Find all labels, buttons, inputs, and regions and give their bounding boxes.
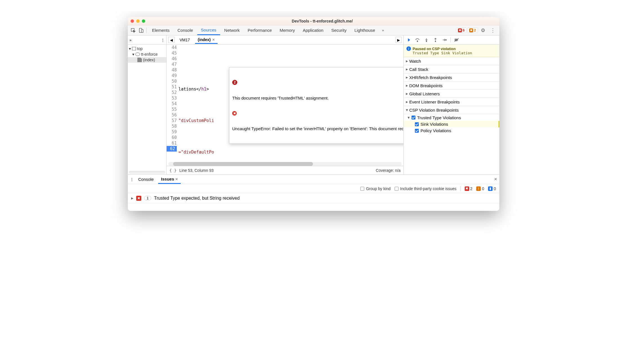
coverage-status: Coverage: n/a	[376, 168, 401, 173]
deactivate-breakpoints-button[interactable]	[453, 37, 460, 43]
close-icon[interactable]: ×	[175, 177, 178, 181]
section-dom[interactable]: DOM Breakpoints	[404, 82, 499, 90]
nav-back-icon[interactable]: ◀	[168, 37, 175, 43]
gutter: 44 45 46 47 48 49 50 51 52 53 54 55 56 5…	[167, 45, 178, 162]
navigator-menu-icon[interactable]: ⋮	[161, 38, 165, 42]
tab-sources[interactable]: Sources	[197, 25, 220, 35]
csp-trusted-type[interactable]: ▾Trusted Type Violations	[404, 114, 499, 121]
more-tabs-icon[interactable]: »	[379, 27, 387, 34]
navigator-more-icon[interactable]: »	[129, 38, 131, 42]
checkbox-icon[interactable]	[415, 129, 419, 133]
step-button[interactable]	[441, 37, 448, 43]
file-tree: top tt-enforce (index)	[128, 45, 166, 63]
section-callstack[interactable]: Call Stack	[404, 65, 499, 73]
navigator-panel: » ⋮ top tt-enforce (index)	[128, 35, 167, 174]
svg-point-4	[426, 41, 427, 42]
error-tooltip: 2 This document requires 'TrustedHTML' a…	[229, 67, 403, 144]
editor-panel: ◀ VM17 (index)× ▶ 44 45 46 47 48 49 50 5…	[167, 35, 404, 174]
issue-info-count[interactable]: ▮0	[488, 186, 496, 191]
tree-top[interactable]: top	[128, 46, 166, 51]
tab-memory[interactable]: Memory	[276, 25, 299, 35]
drawer-menu-icon[interactable]: ⋮	[130, 177, 134, 181]
menu-icon[interactable]: ⋮	[488, 27, 498, 33]
error-count: 6	[463, 28, 465, 32]
tree-file-index[interactable]: (index)	[128, 57, 166, 63]
issue-badge[interactable]: ✖2	[467, 28, 478, 33]
tooltip-count-badge: 2	[232, 80, 237, 85]
tree-site[interactable]: tt-enforce	[128, 51, 166, 57]
minimize-button[interactable]	[136, 19, 140, 23]
section-event[interactable]: Event Listener Breakpoints	[404, 98, 499, 106]
tab-application[interactable]: Application	[299, 25, 327, 35]
file-tab-vm17[interactable]: VM17	[177, 37, 193, 43]
tooltip-message: This document requires 'TrustedHTML' ass…	[232, 96, 329, 100]
checkbox-icon[interactable]	[412, 116, 415, 120]
svg-point-5	[435, 41, 436, 42]
issue-title: Trusted Type expected, but String receiv…	[154, 196, 240, 201]
tab-console[interactable]: Console	[174, 25, 197, 35]
section-watch[interactable]: Watch	[404, 57, 499, 65]
navigator-scrollbar[interactable]	[129, 171, 165, 174]
svg-rect-2	[142, 30, 143, 33]
debugger-toolbar	[404, 35, 499, 45]
drawer-tab-console[interactable]: Console	[135, 175, 156, 183]
editor-hscrollbar[interactable]	[168, 162, 402, 166]
issue-warn-count[interactable]: !0	[476, 186, 484, 191]
error-icon: ✖	[136, 196, 141, 201]
tab-network[interactable]: Network	[221, 25, 243, 35]
tab-lighthouse[interactable]: Lighthouse	[351, 25, 379, 35]
third-party-checkbox[interactable]: Include third-party cookie issues	[395, 186, 457, 191]
tab-security[interactable]: Security	[328, 25, 350, 35]
inspect-icon[interactable]	[129, 27, 137, 34]
issue-row[interactable]: ▸ ✖ 1 Trusted Type expected, but String …	[128, 193, 499, 203]
svg-point-6	[446, 40, 447, 40]
device-icon[interactable]	[137, 27, 145, 34]
drawer-panel: ⋮ Console Issues × × Group by kind Inclu…	[128, 174, 499, 211]
window-title: DevTools - tt-enforced.glitch.me/	[148, 19, 497, 23]
main-tabstrip: Elements Console Sources Network Perform…	[128, 25, 499, 35]
drawer-close-icon[interactable]: ×	[494, 176, 497, 182]
resume-button[interactable]	[405, 37, 412, 43]
settings-icon[interactable]: ⚙	[478, 27, 488, 33]
cursor-position: Line 53, Column 93	[179, 168, 213, 173]
window-controls	[131, 19, 145, 23]
drawer-tab-issues[interactable]: Issues ×	[158, 175, 181, 184]
editor-statusbar: { } Line 53, Column 93 Coverage: n/a	[167, 166, 403, 174]
debugger-panel: iPaused on CSP violation Trusted Type Si…	[404, 35, 499, 174]
cloud-icon	[135, 53, 140, 56]
error-icon: ✖	[232, 111, 237, 116]
step-over-button[interactable]	[414, 37, 421, 43]
issue-count: 2	[474, 28, 476, 32]
code-content[interactable]: lations</h1> "divCustomPoli ="divDefault…	[178, 45, 403, 162]
devtools-window: DevTools - tt-enforced.glitch.me/ Elemen…	[128, 17, 499, 211]
section-csp[interactable]: CSP Violation Breakpoints	[404, 106, 499, 114]
close-tab-icon[interactable]: ×	[212, 37, 214, 42]
file-tab-index[interactable]: (index)×	[195, 36, 218, 44]
group-by-kind-checkbox[interactable]: Group by kind	[360, 186, 390, 191]
error-badge[interactable]: ✖6	[456, 28, 467, 33]
close-button[interactable]	[131, 19, 134, 23]
paused-banner: iPaused on CSP violation Trusted Type Si…	[404, 45, 499, 57]
maximize-button[interactable]	[142, 19, 145, 23]
issue-err-count[interactable]: ✖2	[465, 186, 473, 191]
step-out-button[interactable]	[432, 37, 439, 43]
step-into-button[interactable]	[423, 37, 430, 43]
format-icon[interactable]: { }	[169, 168, 176, 173]
tooltip-message: Uncaught TypeError: Failed to set the 'i…	[232, 126, 403, 131]
csp-policy[interactable]: Policy Violations	[404, 127, 499, 134]
section-xhr[interactable]: XHR/fetch Breakpoints	[404, 73, 499, 82]
issue-count-pill: 1	[144, 196, 151, 200]
info-icon: i	[406, 46, 411, 51]
checkbox-icon[interactable]	[415, 122, 419, 126]
file-icon	[137, 58, 142, 62]
svg-point-3	[417, 41, 418, 42]
csp-sink[interactable]: Sink Violations	[404, 121, 499, 127]
nav-fwd-icon[interactable]: ▶	[395, 37, 402, 43]
titlebar: DevTools - tt-enforced.glitch.me/	[128, 17, 499, 25]
tab-elements[interactable]: Elements	[148, 25, 173, 35]
divider	[146, 28, 147, 33]
code-editor[interactable]: 44 45 46 47 48 49 50 51 52 53 54 55 56 5…	[167, 45, 403, 162]
tab-performance[interactable]: Performance	[244, 25, 276, 35]
section-global[interactable]: Global Listeners	[404, 90, 499, 98]
